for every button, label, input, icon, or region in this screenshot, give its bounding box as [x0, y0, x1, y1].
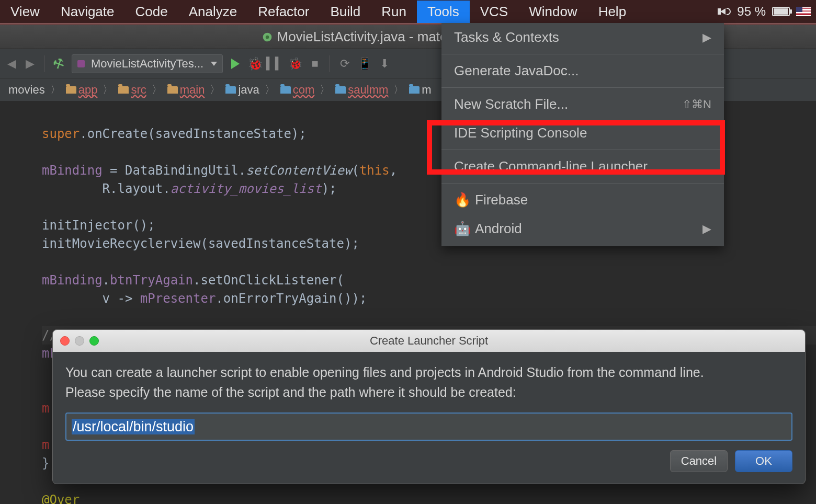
code-token: = DataBindingUtil. [103, 163, 246, 178]
dialog-text: Please specify the name of the script an… [65, 382, 792, 402]
flag-icon[interactable] [796, 7, 811, 16]
menu-item-label: Firebase [475, 192, 528, 208]
menu-build[interactable]: Build [320, 1, 371, 23]
code-token: mBinding [42, 273, 103, 288]
input-value: /usr/local/bin/studio [72, 419, 195, 434]
menu-tasks-contexts[interactable]: Tasks & Contexts ▶ [441, 23, 724, 52]
cancel-button[interactable]: Cancel [670, 450, 728, 472]
code-token: initMovieRecyclerview(savedInstanceState… [42, 236, 359, 251]
code-token: m [42, 438, 49, 452]
menu-refactor[interactable]: Refactor [247, 1, 320, 23]
code-token: ); [322, 181, 337, 196]
window-minimize-icon [75, 336, 84, 346]
code-token: mPresenter [140, 291, 216, 306]
run-play-icon[interactable] [228, 56, 243, 71]
breadcrumb-item[interactable]: movies [4, 82, 49, 98]
code-token: @Over [42, 492, 80, 504]
menu-vcs[interactable]: VCS [470, 1, 518, 23]
menu-ide-scripting-console[interactable]: IDE Scripting Console [441, 119, 724, 147]
menu-item-label: Create Command-line Launcher... [454, 158, 658, 175]
breadcrumb-item[interactable]: saulmm [331, 82, 392, 98]
menu-item-label: IDE Scripting Console [454, 125, 587, 141]
folder-icon [167, 86, 178, 94]
menu-generate-javadoc[interactable]: Generate JavaDoc... [441, 56, 724, 85]
run-config-icon [77, 60, 85, 67]
menu-help[interactable]: Help [588, 1, 637, 23]
code-token: activity_movies_list [171, 181, 322, 196]
code-token: R.layout. [42, 181, 171, 196]
menu-run[interactable]: Run [371, 1, 417, 23]
build-hammer-icon[interactable]: ⚒ [49, 54, 69, 73]
menu-item-label: Android [475, 221, 522, 237]
menu-navigate[interactable]: Navigate [50, 1, 125, 23]
code-token: . [103, 273, 110, 288]
code-token: .onCreate(savedInstanceState); [80, 127, 306, 141]
code-token: btnTryAgain [110, 273, 193, 288]
run-configuration-selector[interactable]: MovieListActivityTes... [72, 54, 223, 73]
sdk-manager-icon[interactable]: ⬇ [377, 56, 392, 71]
folder-icon [280, 86, 291, 94]
code-token: .setOnClickListener( [193, 273, 344, 288]
breadcrumb-item[interactable]: main [163, 82, 209, 98]
code-token: , [390, 163, 397, 178]
android-icon: 🤖 [454, 221, 470, 237]
code-token: m [42, 401, 49, 416]
dialog-text: You can create a launcher script to enab… [65, 362, 792, 382]
folder-icon [225, 86, 236, 94]
submenu-arrow-icon: ▶ [702, 31, 711, 44]
code-token: initInjector(); [42, 218, 155, 233]
volume-icon[interactable] [718, 8, 731, 15]
breadcrumb-item[interactable]: com [276, 82, 319, 98]
menu-tools[interactable]: Tools [417, 1, 470, 23]
run-config-label: MovieListActivityTes... [91, 57, 203, 71]
sync-icon[interactable]: ⟳ [337, 56, 352, 71]
menu-view[interactable]: View [0, 1, 50, 23]
folder-icon [66, 86, 76, 94]
breadcrumb-item[interactable]: src [114, 82, 150, 98]
menu-create-cmdline-launcher[interactable]: Create Command-line Launcher... [441, 152, 724, 181]
window-zoom-icon[interactable] [89, 336, 99, 346]
breadcrumb-item[interactable]: java [221, 82, 263, 98]
menu-new-scratch-file[interactable]: New Scratch File... ⇧⌘N [441, 90, 724, 119]
attach-debugger-icon[interactable]: 🐞 [288, 56, 302, 71]
menu-window[interactable]: Window [518, 1, 587, 23]
launcher-path-input[interactable]: /usr/local/bin/studio [65, 413, 792, 441]
dropdown-caret-icon [211, 62, 217, 66]
breadcrumb-item[interactable]: app [62, 82, 102, 98]
android-studio-icon [262, 32, 273, 42]
code-token: super [42, 127, 80, 141]
breadcrumb-item[interactable]: m [405, 82, 435, 98]
folder-icon [409, 86, 420, 94]
battery-percent: 95 % [737, 4, 766, 19]
stop-icon[interactable]: ■ [308, 56, 322, 71]
menu-firebase[interactable]: 🔥Firebase [441, 186, 724, 214]
code-token: mBinding [42, 163, 103, 178]
dialog-titlebar[interactable]: Create Launcher Script [53, 330, 805, 352]
tools-dropdown: Tasks & Contexts ▶ Generate JavaDoc... N… [441, 23, 724, 246]
nav-fwd-icon[interactable]: ▶ [24, 55, 37, 73]
menu-analyze[interactable]: Analyze [178, 1, 248, 23]
firebase-icon: 🔥 [454, 192, 470, 208]
code-token: this [359, 163, 390, 178]
debug-icon[interactable]: 🐞 [248, 56, 263, 71]
menu-shortcut: ⇧⌘N [682, 98, 711, 111]
menu-item-label: Tasks & Contexts [454, 29, 559, 45]
code-token: setContentView [246, 163, 352, 178]
window-close-icon[interactable] [60, 336, 70, 346]
avd-manager-icon[interactable]: 📱 [357, 56, 372, 71]
svg-point-1 [266, 35, 269, 39]
nav-back-icon[interactable]: ◀ [5, 55, 18, 73]
code-token: .onErrorTryAgain()); [216, 291, 367, 306]
status-area: 95 % [718, 4, 816, 19]
code-token: ( [352, 163, 359, 178]
menu-item-label: New Scratch File... [454, 96, 568, 112]
ok-button[interactable]: OK [735, 450, 792, 472]
menu-item-label: Generate JavaDoc... [454, 63, 579, 79]
submenu-arrow-icon: ▶ [702, 222, 711, 236]
menu-android[interactable]: 🤖Android ▶ [441, 214, 724, 243]
menu-code[interactable]: Code [125, 1, 178, 23]
profile-icon[interactable]: ▍▍ [268, 56, 282, 71]
folder-icon [335, 86, 346, 94]
code-token: v -> [42, 291, 140, 306]
battery-icon [772, 7, 790, 16]
